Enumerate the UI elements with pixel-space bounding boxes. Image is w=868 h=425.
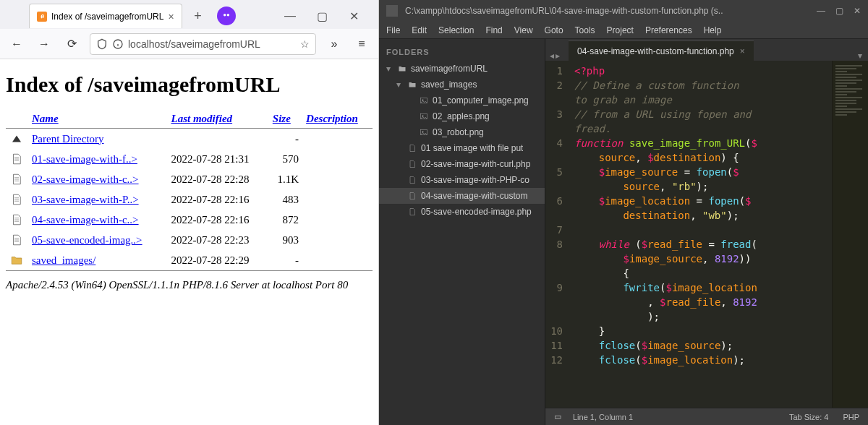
sidebar-section-title: FOLDERS: [379, 43, 545, 61]
col-desc[interactable]: Description: [302, 110, 373, 129]
file-icon: [407, 143, 417, 153]
menu-edit[interactable]: Edit: [412, 25, 427, 35]
sublime-close-button[interactable]: ✕: [854, 6, 861, 16]
statusbar-console-icon[interactable]: ▭: [554, 412, 561, 421]
app-menu-button[interactable]: ≡: [352, 35, 371, 53]
minimap[interactable]: [832, 61, 868, 408]
table-row: 02-save-image-with-c..>2022-07-28 22:281…: [6, 169, 373, 189]
browser-maximize-button[interactable]: ▢: [312, 6, 332, 26]
tree-file-image[interactable]: 01_computer_image.png: [379, 93, 545, 108]
tree-file-image[interactable]: 02_apples.png: [379, 108, 545, 124]
file-link[interactable]: 02-save-image-with-c..>: [32, 173, 139, 185]
tree-folder-root[interactable]: ▾saveimagefromURL: [379, 61, 545, 77]
tab-title: Index of /saveimagefromURL: [51, 12, 163, 22]
server-signature: Apache/2.4.53 (Win64) OpenSSL/1.1.1n PHP…: [6, 279, 373, 291]
file-link[interactable]: 01-save-image-with-f..>: [32, 153, 137, 165]
image-icon: [419, 111, 429, 121]
menu-find[interactable]: Find: [485, 25, 502, 35]
menu-file[interactable]: File: [386, 25, 400, 35]
status-tabsize[interactable]: Tab Size: 4: [789, 413, 828, 421]
sublime-maximize-button[interactable]: ▢: [835, 6, 843, 16]
sublime-window-title: C:\xampp\htdocs\saveimagefromURL\04-save…: [405, 6, 809, 16]
menu-view[interactable]: View: [514, 25, 533, 35]
menu-selection[interactable]: Selection: [438, 25, 474, 35]
file-icon: [407, 207, 417, 217]
folder-icon: [407, 80, 417, 90]
overflow-button[interactable]: »: [325, 35, 344, 53]
browser-tab-active[interactable]: ፀ Index of /saveimagefromURL ×: [29, 4, 182, 28]
reload-button[interactable]: ⟳: [62, 35, 81, 53]
page-title: Index of /saveimagefromURL: [6, 72, 373, 97]
url-bar[interactable]: localhost/saveimagefromURL ☆: [90, 33, 316, 55]
browser-tabbar: ፀ Index of /saveimagefromURL × + — ▢ ✕: [0, 0, 378, 29]
tree-file-php[interactable]: 02-save-image-with-curl.php: [379, 156, 545, 172]
tab-next-icon[interactable]: ▸: [556, 51, 560, 61]
parent-directory-link[interactable]: Parent Directory: [32, 133, 104, 145]
code-content[interactable]: <?php // Define a custom function to gra…: [567, 61, 832, 408]
browser-window: ፀ Index of /saveimagefromURL × + — ▢ ✕ ←…: [0, 0, 379, 425]
file-size: 1.1K: [268, 169, 302, 189]
image-icon: [419, 127, 429, 137]
table-row: Parent Directory-: [6, 129, 373, 150]
col-name[interactable]: Name: [27, 110, 167, 129]
file-icon: [407, 191, 417, 201]
browser-toolbar: ← → ⟳ localhost/saveimagefromURL ☆ » ≡: [0, 29, 378, 59]
tree-file-image[interactable]: 03_robot.png: [379, 124, 545, 140]
col-modified[interactable]: Last modified: [167, 110, 268, 129]
info-icon: [112, 38, 124, 50]
tree-file-php[interactable]: 03-save-image-with-PHP-co: [379, 172, 545, 188]
sublime-sidebar: FOLDERS ▾saveimagefromURL▾saved_images01…: [379, 39, 545, 425]
col-size[interactable]: Size: [268, 110, 302, 129]
svg-point-1: [226, 14, 229, 17]
tab-menu-icon[interactable]: ▾: [858, 51, 862, 61]
file-link[interactable]: 05-save-encoded-imag..>: [32, 234, 142, 246]
bookmark-icon[interactable]: ☆: [300, 38, 310, 50]
extension-icon[interactable]: [217, 7, 236, 25]
file-modified: 2022-07-28 21:31: [167, 149, 268, 169]
tab-prev-icon[interactable]: ◂: [550, 51, 554, 61]
file-size: 903: [268, 230, 302, 250]
sublime-window-controls: — ▢ ✕: [817, 6, 861, 16]
menu-project[interactable]: Project: [607, 25, 634, 35]
image-icon: [419, 95, 429, 106]
status-language[interactable]: PHP: [843, 413, 859, 421]
new-tab-button[interactable]: +: [188, 6, 208, 26]
menu-help[interactable]: Help: [704, 25, 722, 35]
file-link[interactable]: 04-save-image-with-c..>: [32, 214, 139, 226]
browser-minimize-button[interactable]: —: [280, 6, 300, 26]
file-link[interactable]: 03-save-image-with-P..>: [32, 194, 139, 205]
sublime-tabbar: ◂ ▸ 04-save-image-with-custom-function.p…: [545, 39, 868, 61]
tree-file-php[interactable]: 05-save-encoded-image.php: [379, 204, 545, 220]
editor-tab-close-icon[interactable]: ×: [740, 46, 745, 56]
file-link[interactable]: saved_images/: [32, 254, 95, 266]
menu-tools[interactable]: Tools: [575, 25, 595, 35]
menu-goto[interactable]: Goto: [545, 25, 563, 35]
forward-button[interactable]: →: [35, 35, 54, 53]
tree-file-php[interactable]: 01 save image with file put: [379, 140, 545, 156]
table-row: 03-save-image-with-P..>2022-07-28 22:164…: [6, 189, 373, 210]
table-row: 04-save-image-with-c..>2022-07-28 22:168…: [6, 210, 373, 230]
tree-file-php[interactable]: 04-save-image-with-custom: [379, 188, 545, 204]
sublime-minimize-button[interactable]: —: [817, 6, 825, 16]
sublime-logo-icon: [386, 5, 398, 17]
page-content: Index of /saveimagefromURL Name Last mod…: [0, 59, 378, 425]
editor-tab-active[interactable]: 04-save-image-with-custom-function.php ×: [569, 40, 754, 61]
file-modified: 2022-07-28 22:16: [167, 189, 268, 210]
xampp-favicon-icon: ፀ: [37, 12, 47, 22]
file-icon: [407, 159, 417, 169]
tab-close-icon[interactable]: ×: [168, 11, 174, 22]
back-button[interactable]: ←: [7, 35, 26, 53]
svg-point-0: [224, 14, 226, 17]
sublime-titlebar: C:\xampp\htdocs\saveimagefromURL\04-save…: [379, 0, 868, 22]
sublime-statusbar: ▭ Line 1, Column 1 Tab Size: 4 PHP: [545, 408, 868, 425]
browser-close-button[interactable]: ✕: [344, 6, 364, 26]
file-tree: ▾saveimagefromURL▾saved_images01_compute…: [379, 61, 545, 220]
tree-folder[interactable]: ▾saved_images: [379, 77, 545, 93]
code-editor[interactable]: 12 3 4 5 6 78 9 101112 <?php // Define a…: [545, 61, 868, 408]
file-modified: 2022-07-28 22:23: [167, 230, 268, 250]
table-row: 01-save-image-with-f..>2022-07-28 21:315…: [6, 149, 373, 169]
menu-preferences[interactable]: Preferences: [645, 25, 692, 35]
url-text: localhost/saveimagefromURL: [128, 38, 260, 50]
status-cursor-position: Line 1, Column 1: [573, 413, 633, 421]
shield-icon: [96, 38, 108, 50]
